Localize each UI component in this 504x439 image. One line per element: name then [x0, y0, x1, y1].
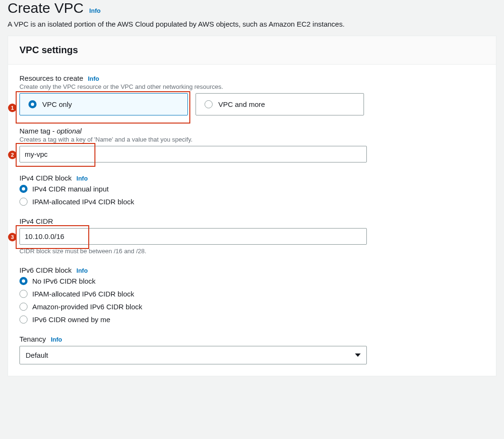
ipv4-block-option-label: IPAM-allocated IPv4 CIDR block: [32, 198, 134, 206]
name-tag-hint: Creates a tag with a key of 'Name' and a…: [19, 136, 485, 143]
info-link-ipv4-block[interactable]: Info: [76, 175, 88, 182]
tenancy-select[interactable]: Default: [19, 346, 367, 364]
resources-option-vpc-and-more[interactable]: VPC and more: [196, 93, 364, 115]
tenancy-label: Tenancy: [19, 335, 46, 343]
ipv4-block-option-manual[interactable]: IPv4 CIDR manual input: [19, 185, 485, 193]
radio-icon: [19, 303, 28, 311]
annotation-marker-3: 3: [8, 233, 17, 241]
ipv6-block-option-label: IPAM-allocated IPv6 CIDR block: [32, 290, 134, 298]
ipv6-block-option-none[interactable]: No IPv6 CIDR block: [19, 277, 485, 285]
ipv4-cidr-input[interactable]: [19, 228, 367, 245]
ipv6-block-option-amazon[interactable]: Amazon-provided IPv6 CIDR block: [19, 303, 485, 311]
tenancy-value: Default: [26, 351, 48, 359]
info-link-header[interactable]: Info: [89, 7, 101, 14]
resources-label: Resources to create: [19, 74, 83, 82]
radio-icon: [205, 100, 213, 108]
panel-title: VPC settings: [19, 45, 485, 56]
resources-option-label: VPC only: [42, 100, 72, 108]
info-link-ipv6-block[interactable]: Info: [76, 267, 88, 274]
resources-option-label: VPC and more: [218, 100, 265, 108]
ipv6-block-option-ipam[interactable]: IPAM-allocated IPv6 CIDR block: [19, 290, 485, 298]
resources-hint: Create only the VPC resource or the VPC …: [19, 83, 485, 90]
radio-icon: [19, 185, 28, 193]
ipv4-block-label: IPv4 CIDR block: [19, 174, 72, 182]
ipv4-cidr-hint: CIDR block size must be between /16 and …: [19, 248, 485, 255]
ipv6-block-option-label: IPv6 CIDR owned by me: [32, 315, 110, 324]
name-tag-input[interactable]: [19, 146, 367, 162]
radio-icon: [19, 315, 28, 324]
annotation-marker-2: 2: [8, 151, 17, 159]
ipv4-cidr-label: IPv4 CIDR: [19, 217, 53, 225]
radio-icon: [28, 100, 37, 108]
page-description: A VPC is an isolated portion of the AWS …: [8, 20, 496, 28]
ipv6-block-option-owned[interactable]: IPv6 CIDR owned by me: [19, 315, 485, 324]
info-link-tenancy[interactable]: Info: [51, 336, 62, 343]
ipv4-block-option-label: IPv4 CIDR manual input: [32, 185, 109, 193]
ipv4-block-option-ipam[interactable]: IPAM-allocated IPv4 CIDR block: [19, 198, 485, 206]
chevron-down-icon: [355, 353, 361, 357]
name-tag-label: Name tag - optional: [19, 127, 82, 135]
radio-icon: [19, 198, 28, 206]
ipv6-block-option-label: Amazon-provided IPv6 CIDR block: [32, 303, 142, 311]
ipv6-block-option-label: No IPv6 CIDR block: [32, 277, 95, 285]
resources-option-vpc-only[interactable]: VPC only: [19, 93, 188, 115]
annotation-marker-1: 1: [8, 104, 17, 112]
radio-icon: [19, 277, 28, 285]
info-link-resources[interactable]: Info: [88, 75, 99, 82]
page-title: Create VPC: [8, 0, 84, 16]
radio-icon: [19, 290, 28, 298]
ipv6-block-label: IPv6 CIDR block: [19, 266, 72, 274]
